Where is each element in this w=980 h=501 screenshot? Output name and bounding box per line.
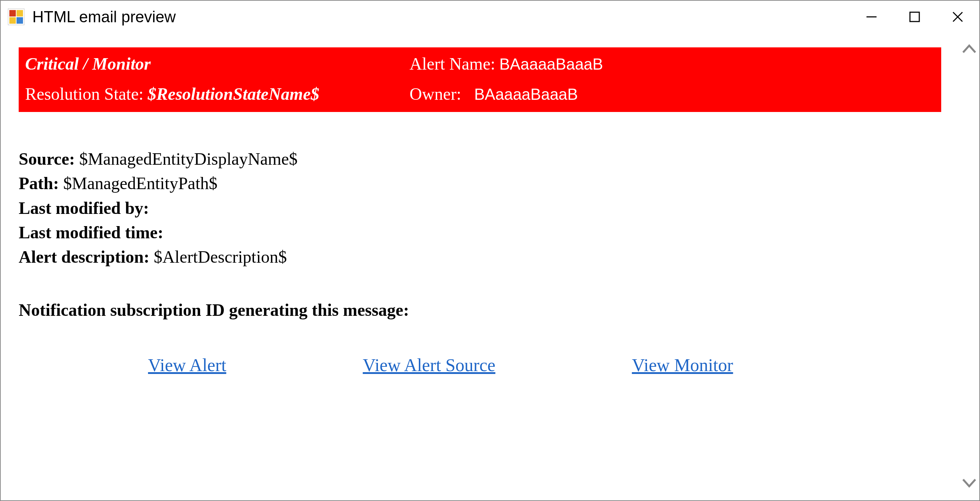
source-value: $ManagedEntityDisplayName$ [75,149,298,168]
scroll-down-arrow[interactable] [960,474,978,493]
last-modified-time-line: Last modified time: [19,222,941,244]
client-area: Critical / Monitor Alert Name: BAaaaaBaa… [1,33,979,500]
scroll-up-arrow[interactable] [960,40,978,60]
resolution-state-value: $ResolutionStateName$ [148,84,319,103]
owner-value: BAaaaaBaaaB [474,84,935,105]
resolution-state-cell: Resolution State: $ResolutionStateName$ [25,83,409,105]
minimize-button[interactable] [850,1,893,33]
view-monitor-link[interactable]: View Monitor [632,354,733,377]
alert-description-value: $AlertDescription$ [150,247,287,266]
svg-rect-6 [910,12,919,22]
svg-rect-4 [16,17,23,24]
link-row: View Alert View Alert Source View Monito… [19,354,941,377]
alert-header-row-2: Resolution State: $ResolutionStateName$ … [25,83,935,105]
svg-rect-2 [16,10,23,16]
path-label: Path: [19,174,59,193]
fields-block: Source: $ManagedEntityDisplayName$ Path:… [19,148,941,321]
svg-rect-3 [10,17,16,24]
owner-label: Owner: [409,83,474,105]
window-controls [850,1,979,33]
last-modified-time-label: Last modified time: [19,223,164,242]
last-modified-by-label: Last modified by: [19,198,149,217]
close-button[interactable] [936,1,979,33]
app-icon [8,9,24,25]
vertical-scrollbar[interactable] [959,33,979,500]
resolution-state-label: Resolution State: [25,84,143,103]
maximize-button[interactable] [893,1,936,33]
svg-rect-1 [10,10,16,16]
view-alert-source-link[interactable]: View Alert Source [363,354,495,377]
source-line: Source: $ManagedEntityDisplayName$ [19,148,941,170]
app-window: HTML email preview Critical / Monitor Al… [0,0,980,501]
window-title: HTML email preview [32,8,850,26]
subscription-id-label: Notification subscription ID generating … [19,299,941,321]
alert-header-row-1: Critical / Monitor Alert Name: BAaaaaBaa… [25,53,935,75]
alert-name-label: Alert Name: [409,53,500,75]
alert-description-label: Alert description: [19,247,150,266]
view-alert-link[interactable]: View Alert [148,354,226,377]
alert-name-value: BAaaaaBaaaB [500,54,935,74]
alert-description-line: Alert description: $AlertDescription$ [19,246,941,268]
severity-type: Critical / Monitor [25,53,409,75]
titlebar: HTML email preview [1,1,979,33]
alert-header: Critical / Monitor Alert Name: BAaaaaBaa… [19,48,941,112]
path-line: Path: $ManagedEntityPath$ [19,172,941,195]
email-content: Critical / Monitor Alert Name: BAaaaaBaa… [1,33,959,500]
path-value: $ManagedEntityPath$ [59,174,217,193]
source-label: Source: [19,149,75,168]
last-modified-by-line: Last modified by: [19,197,941,219]
